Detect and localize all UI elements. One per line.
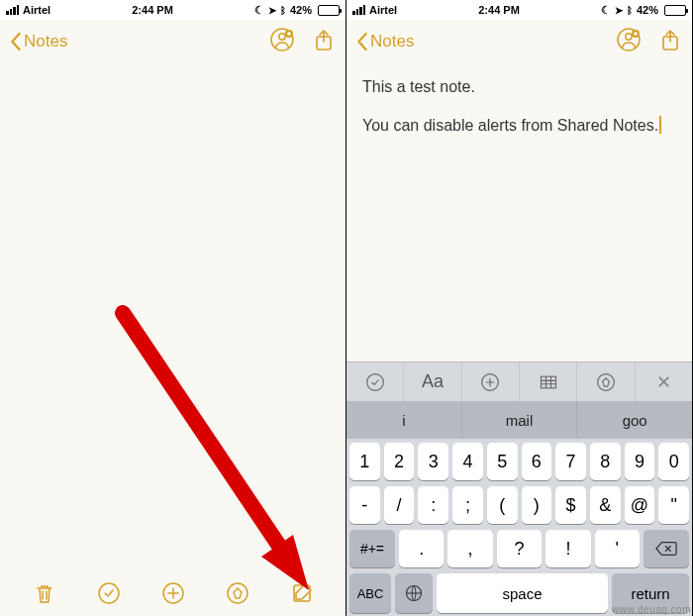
- phone-right-editing-note: Airtel 2:44 PM ☾ ➤ ᛒ 42% Notes This a te…: [346, 0, 693, 616]
- nav-bar: Notes: [0, 20, 346, 63]
- back-label: Notes: [370, 32, 414, 51]
- nav-bar: Notes: [346, 20, 692, 63]
- key-5[interactable]: 5: [487, 443, 518, 480]
- format-button[interactable]: Aa: [404, 362, 461, 401]
- key-comma[interactable]: ,: [447, 530, 492, 567]
- key-symbols[interactable]: #+=: [349, 530, 395, 567]
- svg-rect-15: [541, 376, 555, 388]
- battery-icon: [664, 5, 686, 16]
- key-quote[interactable]: ": [658, 486, 689, 524]
- signal-icon: [6, 5, 19, 15]
- do-not-disturb-icon: ☾: [601, 4, 611, 17]
- key-colon[interactable]: :: [418, 486, 448, 524]
- close-icon[interactable]: ✕: [636, 362, 692, 401]
- clock-label: 2:44 PM: [132, 4, 173, 16]
- key-9[interactable]: 9: [625, 443, 655, 480]
- markup-icon[interactable]: [224, 579, 251, 607]
- battery-pct: 42%: [637, 4, 658, 16]
- key-at[interactable]: @: [625, 486, 655, 524]
- svg-point-10: [626, 34, 632, 40]
- keyboard-accessory-bar: Aa ✕: [346, 361, 692, 401]
- keyboard-row-2: - / : ; ( ) $ & @ ": [349, 486, 689, 524]
- key-period[interactable]: .: [399, 530, 444, 567]
- svg-point-16: [598, 373, 615, 390]
- location-icon: ➤: [268, 5, 276, 16]
- suggestion-1[interactable]: i: [346, 401, 462, 439]
- add-person-icon[interactable]: [617, 28, 641, 55]
- key-2[interactable]: 2: [384, 443, 415, 480]
- backspace-icon: [655, 541, 677, 557]
- note-line-1: This a test note.: [362, 77, 676, 98]
- key-backspace[interactable]: [644, 530, 689, 567]
- add-person-icon[interactable]: [270, 28, 294, 55]
- carrier-label: Airtel: [23, 4, 50, 16]
- back-button[interactable]: Notes: [356, 32, 414, 51]
- compose-icon[interactable]: [288, 579, 316, 607]
- key-0[interactable]: 0: [658, 443, 689, 480]
- watermark: www.deuaq.com: [612, 604, 691, 615]
- carrier-label: Airtel: [369, 4, 397, 16]
- svg-point-4: [99, 583, 119, 603]
- key-semicolon[interactable]: ;: [452, 486, 483, 524]
- key-globe[interactable]: [395, 573, 433, 613]
- phone-left-empty-note: Airtel 2:44 PM ☾ ➤ ᛒ 42% Notes: [0, 0, 346, 616]
- key-1[interactable]: 1: [349, 443, 380, 480]
- table-icon[interactable]: [520, 362, 577, 401]
- key-4[interactable]: 4: [452, 443, 483, 480]
- svg-point-1: [279, 34, 285, 40]
- key-exclaim[interactable]: !: [545, 530, 590, 567]
- battery-pct: 42%: [290, 4, 312, 16]
- clock-label: 2:44 PM: [478, 4, 520, 16]
- key-8[interactable]: 8: [590, 443, 621, 480]
- key-space[interactable]: space: [437, 573, 608, 613]
- svg-point-13: [366, 373, 383, 390]
- status-bar: Airtel 2:44 PM ☾ ➤ ᛒ 42%: [346, 0, 692, 20]
- key-amp[interactable]: &: [590, 486, 621, 524]
- keyboard-row-1: 1 2 3 4 5 6 7 8 9 0: [349, 443, 689, 480]
- battery-icon: [318, 5, 340, 16]
- markup-icon[interactable]: [577, 362, 635, 401]
- key-dollar[interactable]: $: [555, 486, 586, 524]
- signal-icon: [352, 5, 365, 15]
- location-icon: ➤: [615, 5, 623, 16]
- add-icon[interactable]: [159, 579, 187, 607]
- key-question[interactable]: ?: [497, 530, 542, 567]
- key-dash[interactable]: -: [349, 486, 380, 524]
- share-icon[interactable]: [658, 28, 682, 55]
- bottom-toolbar: [0, 570, 346, 616]
- bluetooth-icon: ᛒ: [627, 5, 633, 16]
- chevron-left-icon: [356, 33, 368, 51]
- key-3[interactable]: 3: [418, 443, 448, 480]
- text-cursor: [659, 116, 661, 134]
- key-lparen[interactable]: (: [487, 486, 518, 524]
- share-icon[interactable]: [312, 28, 336, 55]
- keyboard-row-3: #+= . , ? ! ': [349, 530, 689, 567]
- globe-icon: [404, 583, 424, 603]
- back-button[interactable]: Notes: [10, 32, 67, 51]
- key-abc[interactable]: ABC: [349, 573, 391, 613]
- key-7[interactable]: 7: [555, 443, 586, 480]
- note-body-empty[interactable]: [0, 63, 346, 570]
- back-label: Notes: [24, 32, 67, 51]
- suggestion-2[interactable]: mail: [462, 401, 578, 439]
- suggestion-3[interactable]: goo: [577, 401, 692, 439]
- key-apostrophe[interactable]: ': [595, 530, 640, 567]
- checklist-icon[interactable]: [346, 362, 404, 401]
- add-icon[interactable]: [462, 362, 520, 401]
- keyboard: 1 2 3 4 5 6 7 8 9 0 - / : ; ( ) $ & @ " …: [346, 439, 692, 616]
- do-not-disturb-icon: ☾: [254, 4, 264, 17]
- key-6[interactable]: 6: [522, 443, 552, 480]
- status-bar: Airtel 2:44 PM ☾ ➤ ᛒ 42%: [0, 0, 346, 20]
- svg-point-6: [228, 583, 248, 603]
- note-line-2: You can disable alerts from Shared Notes…: [362, 116, 676, 137]
- chevron-left-icon: [10, 33, 22, 51]
- note-body[interactable]: This a test note. You can disable alerts…: [346, 63, 692, 361]
- bluetooth-icon: ᛒ: [280, 5, 286, 16]
- key-slash[interactable]: /: [384, 486, 415, 524]
- checklist-icon[interactable]: [95, 579, 123, 607]
- trash-icon[interactable]: [31, 579, 58, 607]
- keyboard-suggestions: i mail goo: [346, 401, 692, 439]
- key-rparen[interactable]: ): [522, 486, 552, 524]
